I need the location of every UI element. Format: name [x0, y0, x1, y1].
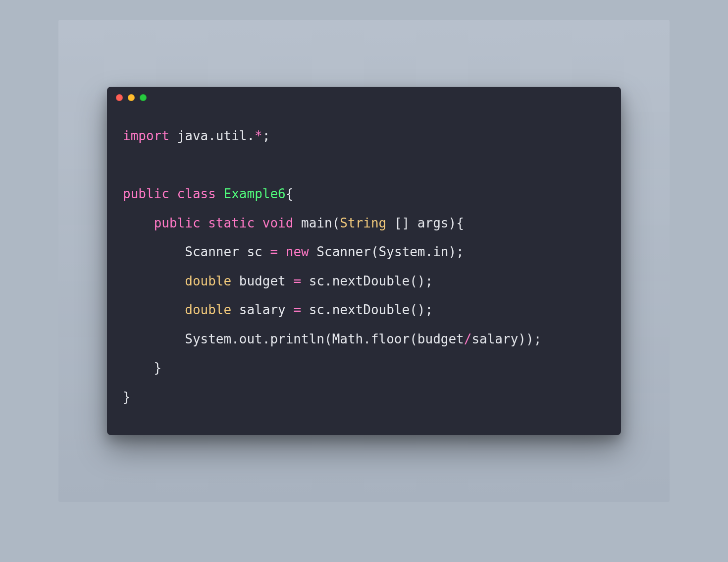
code-token: import — [123, 128, 169, 143]
code-token — [169, 186, 177, 201]
code-line: System.out.println(Math.floor(budget/sal… — [123, 332, 541, 346]
stage-background: import java.util.*; public class Example… — [58, 20, 670, 502]
code-line: } — [123, 390, 131, 404]
code-token: budget — [231, 274, 293, 288]
code-token: ; — [262, 128, 270, 143]
code-token — [123, 274, 185, 288]
code-token: public — [123, 186, 169, 201]
code-token: { — [286, 186, 294, 201]
code-token: / — [464, 332, 472, 346]
window-titlebar — [107, 87, 621, 109]
code-token: sc.nextDouble(); — [301, 274, 433, 288]
code-token: Scanner sc — [123, 244, 270, 259]
code-token — [201, 216, 208, 230]
code-line: double budget = sc.nextDouble(); — [123, 274, 433, 288]
code-token — [123, 302, 185, 317]
code-token — [255, 216, 262, 230]
code-token: * — [255, 128, 262, 143]
code-token: salary — [231, 302, 293, 317]
code-token: java.util. — [169, 128, 255, 143]
code-window: import java.util.*; public class Example… — [107, 87, 621, 435]
code-token: } — [123, 360, 161, 375]
code-token — [216, 186, 224, 201]
code-token: = — [293, 302, 301, 317]
code-line: Scanner sc = new Scanner(System.in); — [123, 244, 464, 259]
code-line: public class Example6{ — [123, 186, 293, 201]
code-line: } — [123, 360, 161, 375]
code-line: import java.util.*; — [123, 128, 270, 143]
code-token: void — [262, 216, 294, 230]
code-token: Scanner(System.in); — [309, 244, 464, 259]
code-token: double — [185, 302, 231, 317]
close-icon[interactable] — [116, 94, 123, 101]
code-token: class — [177, 186, 216, 201]
code-line: double salary = sc.nextDouble(); — [123, 302, 433, 317]
code-token: [] args){ — [386, 216, 464, 230]
zoom-icon[interactable] — [140, 94, 147, 101]
code-block: import java.util.*; public class Example… — [107, 109, 621, 411]
code-token: main( — [293, 216, 340, 230]
code-token: System.out.println(Math.floor(budget — [123, 332, 464, 346]
code-token — [123, 216, 154, 230]
code-token: new — [286, 244, 309, 259]
code-token: String — [340, 216, 386, 230]
code-token: public — [154, 216, 201, 230]
code-line: public static void main(String [] args){ — [123, 216, 464, 230]
code-token: } — [123, 390, 131, 404]
code-token: double — [185, 274, 231, 288]
code-token: = — [270, 244, 278, 259]
code-token — [278, 244, 286, 259]
code-token: Example6 — [224, 186, 286, 201]
code-token: static — [208, 216, 255, 230]
code-token: sc.nextDouble(); — [301, 302, 433, 317]
code-token: = — [293, 274, 301, 288]
code-token: salary)); — [471, 332, 541, 346]
minimize-icon[interactable] — [128, 94, 135, 101]
